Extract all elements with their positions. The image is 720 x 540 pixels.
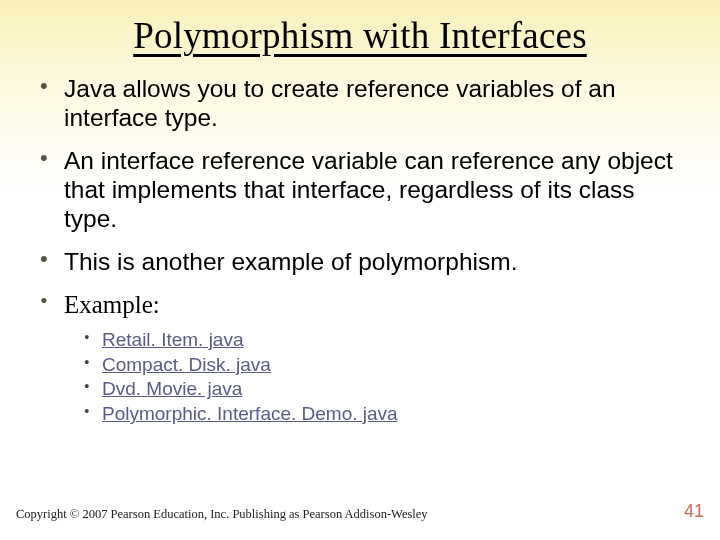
example-link[interactable]: Polymorphic. Interface. Demo. java (102, 403, 398, 424)
copyright-text: Copyright © 2007 Pearson Education, Inc.… (16, 507, 428, 522)
bullet-text: Example: (64, 291, 160, 318)
content-area: Java allows you to create reference vari… (0, 61, 720, 427)
footer: Copyright © 2007 Pearson Education, Inc.… (16, 501, 704, 522)
example-link[interactable]: Retail. Item. java (102, 329, 244, 350)
bullet-item: Example: Retail. Item. java Compact. Dis… (28, 290, 692, 426)
example-link[interactable]: Compact. Disk. java (102, 354, 271, 375)
bullet-item: This is another example of polymorphism. (28, 248, 692, 277)
bullet-item: An interface reference variable can refe… (28, 147, 692, 234)
list-item: Polymorphic. Interface. Demo. java (82, 402, 692, 427)
example-list: Retail. Item. java Compact. Disk. java D… (82, 328, 692, 427)
page-number: 41 (684, 501, 704, 522)
list-item: Retail. Item. java (82, 328, 692, 353)
slide: Polymorphism with Interfaces Java allows… (0, 0, 720, 540)
page-title: Polymorphism with Interfaces (0, 0, 720, 61)
example-link[interactable]: Dvd. Movie. java (102, 378, 242, 399)
bullet-list: Java allows you to create reference vari… (28, 75, 692, 427)
list-item: Compact. Disk. java (82, 353, 692, 378)
bullet-item: Java allows you to create reference vari… (28, 75, 692, 133)
list-item: Dvd. Movie. java (82, 377, 692, 402)
